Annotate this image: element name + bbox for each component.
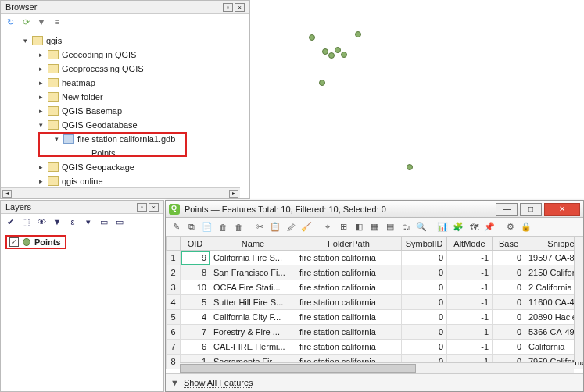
browser-tree[interactable]: ▾qgis ▸Geocoding in QGIS ▸Geoprocessing …: [1, 30, 249, 191]
table-cell[interactable]: -1: [447, 310, 493, 325]
toolbar-button[interactable]: 🗑: [216, 220, 230, 234]
table-cell[interactable]: 0: [402, 280, 447, 295]
table-cell[interactable]: 8: [181, 265, 210, 280]
table-row[interactable]: 19California Fire S...fire station calif…: [167, 251, 584, 265]
table-cell[interactable]: fire station california: [296, 280, 402, 295]
chevron-right-icon[interactable]: ▸: [37, 48, 45, 62]
toolbar-button[interactable]: 🗂: [399, 220, 413, 234]
column-header[interactable]: SymbolID: [402, 237, 447, 251]
map-point[interactable]: [309, 34, 315, 41]
toolbar-button[interactable]: 🗺: [467, 220, 481, 234]
map-point[interactable]: [355, 31, 361, 37]
table-cell[interactable]: 0: [493, 280, 525, 295]
tree-item[interactable]: QGIS Geodatabase: [62, 118, 138, 132]
chevron-right-icon[interactable]: ▸: [37, 62, 45, 76]
chevron-right-icon[interactable]: ▸: [37, 76, 45, 90]
column-header[interactable]: FolderPath: [296, 237, 402, 251]
chevron-right-icon[interactable]: ▸: [37, 160, 45, 174]
grid-v-scrollbar[interactable]: [574, 237, 583, 362]
table-cell[interactable]: 0: [402, 310, 447, 325]
toolbar-button[interactable]: ▦: [367, 220, 382, 234]
collapse-icon[interactable]: ≡: [51, 16, 63, 28]
table-cell[interactable]: 0: [402, 251, 447, 265]
column-header[interactable]: AltMode: [447, 237, 493, 251]
panel-close-button[interactable]: ×: [149, 203, 159, 212]
close-button[interactable]: ✕: [544, 203, 580, 216]
toolbar-button[interactable]: ⚙: [503, 220, 518, 234]
chevron-right-icon[interactable]: ▸: [37, 104, 45, 118]
table-cell[interactable]: 0: [402, 265, 447, 280]
toolbar-button[interactable]: ⧉: [185, 220, 199, 234]
column-header[interactable]: Name: [210, 237, 296, 251]
table-cell[interactable]: CAL-FIRE Hermi...: [210, 340, 296, 355]
attribute-grid[interactable]: OIDNameFolderPathSymbolIDAltModeBaseSnip…: [166, 237, 583, 374]
table-cell[interactable]: 0: [493, 310, 525, 325]
table-cell[interactable]: -1: [447, 325, 493, 340]
table-cell[interactable]: 4: [181, 310, 210, 325]
tree-item[interactable]: qgis online: [62, 174, 103, 188]
chevron-right-icon[interactable]: ▸: [37, 174, 45, 188]
toolbar-button[interactable]: 📄: [200, 220, 214, 234]
table-cell[interactable]: fire station california: [296, 310, 402, 325]
table-cell[interactable]: -1: [447, 265, 493, 280]
table-cell[interactable]: 0: [493, 325, 525, 340]
maximize-button[interactable]: □: [520, 203, 542, 216]
tree-item[interactable]: Geocoding in QGIS: [62, 48, 136, 62]
toolbar-button[interactable]: 🗑: [231, 220, 245, 234]
tree-root[interactable]: qgis: [46, 34, 62, 48]
scroll-left-icon[interactable]: ◂: [2, 190, 12, 198]
show-all-features-button[interactable]: Show All Features: [184, 378, 253, 388]
chevron-right-icon[interactable]: ▸: [37, 90, 45, 104]
table-cell[interactable]: 9: [181, 251, 210, 265]
tree-item[interactable]: New folder: [62, 90, 103, 104]
table-cell[interactable]: Sutter Hill Fire S...: [210, 295, 296, 310]
toolbar-button[interactable]: ⬚: [20, 216, 32, 228]
table-cell[interactable]: -1: [447, 251, 493, 265]
table-cell[interactable]: fire station california: [296, 265, 402, 280]
map-point[interactable]: [335, 47, 341, 53]
table-row[interactable]: 28San Francisco Fi...fire station califo…: [167, 265, 584, 280]
table-cell[interactable]: OCFA Fire Stati...: [210, 280, 296, 295]
panel-close-button[interactable]: ×: [235, 3, 245, 12]
table-cell[interactable]: 7: [181, 325, 210, 340]
table-cell[interactable]: 0: [493, 295, 525, 310]
scroll-right-icon[interactable]: ▸: [229, 190, 238, 198]
expression-icon[interactable]: ε: [66, 216, 79, 228]
table-cell[interactable]: California Fire S...: [210, 251, 296, 265]
map-point[interactable]: [341, 52, 347, 58]
table-cell[interactable]: 0: [493, 251, 525, 265]
tree-item[interactable]: Geoprocessing QGIS: [62, 62, 144, 76]
chevron-down-icon[interactable]: ▾: [37, 118, 45, 132]
table-cell[interactable]: -1: [447, 295, 493, 310]
table-row[interactable]: 310OCFA Fire Stati...fire station califo…: [167, 280, 584, 295]
toolbar-button[interactable]: 🧹: [299, 220, 313, 234]
tree-item[interactable]: QGIS Geopackage: [62, 160, 134, 174]
toolbar-button[interactable]: ▭: [113, 216, 126, 228]
table-row[interactable]: 54California City F...fire station calif…: [167, 310, 584, 325]
tree-gdb[interactable]: fire station california1.gdb: [77, 132, 175, 146]
table-cell[interactable]: 10: [181, 280, 210, 295]
funnel-icon[interactable]: ▼: [170, 378, 179, 387]
browser-h-scrollbar[interactable]: ◂ ▸: [1, 187, 240, 198]
column-header[interactable]: Base: [493, 237, 525, 251]
table-cell[interactable]: 0: [402, 295, 447, 310]
toolbar-button[interactable]: 🖉: [284, 220, 298, 234]
map-point[interactable]: [319, 80, 325, 86]
filter-icon[interactable]: ▼: [51, 216, 63, 228]
refresh2-icon[interactable]: ⟳: [20, 16, 32, 28]
toolbar-button[interactable]: ▭: [98, 216, 110, 228]
table-cell[interactable]: Forestry & Fire ...: [210, 325, 296, 340]
table-cell[interactable]: 0: [493, 265, 525, 280]
eye-icon[interactable]: 👁: [35, 216, 48, 228]
table-cell[interactable]: fire station california: [296, 325, 402, 340]
table-cell[interactable]: fire station california: [296, 251, 402, 265]
panel-dock-button[interactable]: ▫: [223, 3, 233, 12]
toolbar-button[interactable]: 📋: [268, 220, 282, 234]
minimize-button[interactable]: —: [496, 203, 518, 216]
toolbar-button[interactable]: 🧩: [451, 220, 465, 234]
table-cell[interactable]: fire station california: [296, 295, 402, 310]
toolbar-button[interactable]: ⊞: [336, 220, 350, 234]
table-row[interactable]: 67Forestry & Fire ...fire station califo…: [167, 325, 584, 340]
column-header[interactable]: OID: [181, 237, 210, 251]
table-cell[interactable]: -1: [447, 280, 493, 295]
